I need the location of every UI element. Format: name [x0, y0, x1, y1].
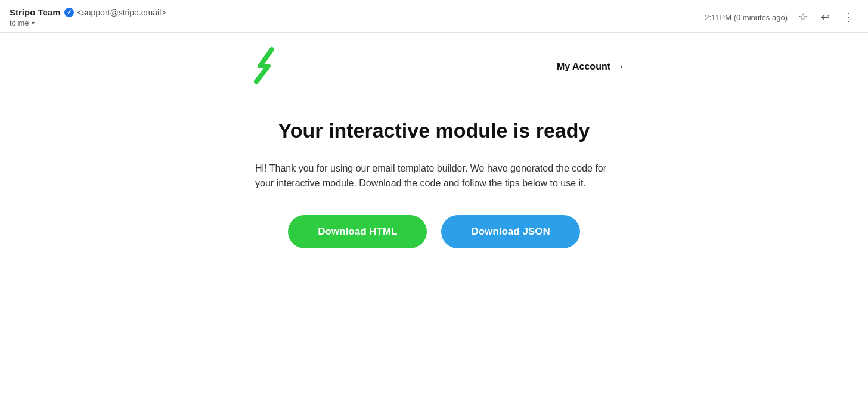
email-template: My Account → Your interactive module is …: [231, 33, 637, 278]
verified-badge: ✓: [64, 8, 74, 17]
email-meta: 2:11PM (0 minutes ago) ☆ ↩ ⋮: [705, 7, 856, 26]
sender-email: <support@stripo.email>: [78, 8, 166, 17]
download-json-button[interactable]: Download JSON: [441, 215, 579, 248]
sender-info: Stripo Team ✓ <support@stripo.email> to …: [10, 7, 166, 27]
recipient-dropdown-icon[interactable]: ▾: [32, 20, 35, 26]
email-timestamp: 2:11PM (0 minutes ago): [705, 13, 788, 22]
email-header: Stripo Team ✓ <support@stripo.email> to …: [0, 0, 868, 33]
stripo-logo: [243, 45, 285, 89]
email-body: My Account → Your interactive module is …: [0, 33, 868, 278]
sender-name: Stripo Team: [10, 7, 61, 17]
my-account-link[interactable]: My Account →: [557, 61, 625, 73]
sender-line: Stripo Team ✓ <support@stripo.email>: [10, 7, 166, 17]
template-main: Your interactive module is ready Hi! Tha…: [243, 95, 625, 278]
main-heading: Your interactive module is ready: [243, 119, 625, 143]
reply-icon: ↩: [821, 11, 830, 24]
more-icon: ⋮: [843, 11, 854, 24]
more-button[interactable]: ⋮: [841, 8, 856, 26]
download-html-button[interactable]: Download HTML: [288, 215, 427, 248]
star-icon: ☆: [798, 11, 808, 24]
buttons-row: Download HTML Download JSON: [243, 215, 625, 248]
reply-button[interactable]: ↩: [819, 8, 832, 26]
recipient-text: to me: [10, 18, 29, 27]
my-account-arrow: →: [614, 61, 625, 73]
recipient-line: to me ▾: [10, 18, 166, 27]
main-body-text: Hi! Thank you for using our email templa…: [255, 161, 613, 191]
star-button[interactable]: ☆: [796, 8, 810, 26]
my-account-label: My Account: [557, 61, 610, 72]
template-nav: My Account →: [243, 33, 625, 95]
